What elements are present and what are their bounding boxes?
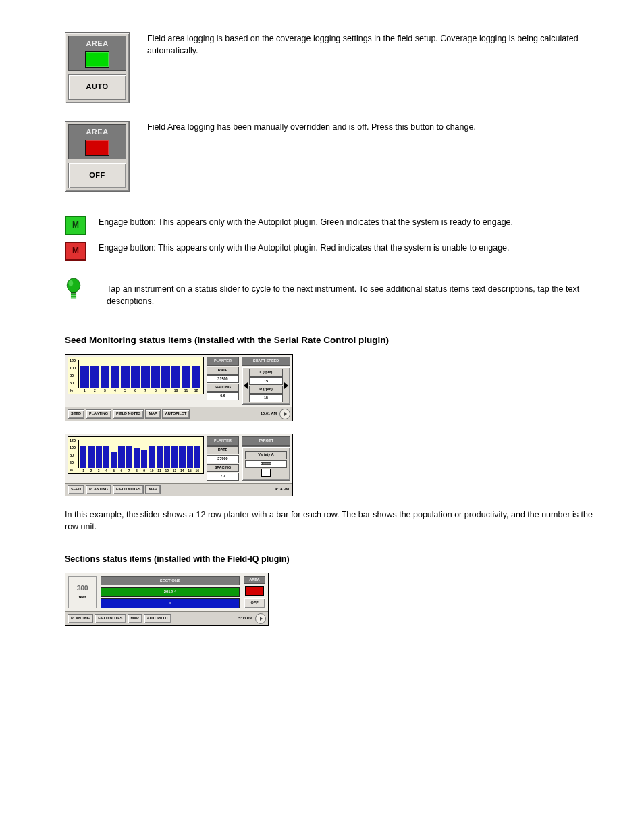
area-status-indicator-green	[85, 51, 109, 68]
r-rpm-value: 15	[249, 394, 283, 402]
rate-label-2: RATE	[207, 446, 239, 454]
r-rpm-label: R (rpm)	[249, 386, 283, 394]
row-bar: 7	[126, 446, 132, 469]
row-bar-label: 8	[155, 388, 157, 393]
shaft-speed-next-icon[interactable]	[284, 382, 288, 389]
shaft-speed-label: SHAFT SPEED	[242, 357, 290, 366]
rate-value: 31500	[207, 375, 239, 384]
tab-planting[interactable]: PLANTING	[86, 409, 111, 419]
spacing-label-2: SPACING	[207, 464, 239, 472]
row-bar-label: 2	[94, 388, 96, 393]
tab-map[interactable]: MAP	[128, 614, 142, 623]
row-population-chart-2: 1201008060% 12345678910111213141516	[68, 436, 204, 474]
row-bar: 3	[101, 366, 109, 388]
row-bar-label: 11	[157, 469, 161, 473]
target-value: 30000	[245, 460, 286, 468]
area-off-description: Field Area logging has been manually ove…	[147, 122, 476, 132]
area-off-button[interactable]: OFF	[68, 163, 126, 188]
section-bar-1[interactable]: 2012-4	[101, 587, 240, 597]
row-bar: 6	[131, 366, 140, 388]
tab-autopilot[interactable]: AUTOPILOT	[162, 409, 190, 419]
tab-seed[interactable]: SEED	[68, 409, 84, 419]
row-bar: 10	[171, 366, 180, 388]
sections-heading: Sections status items (installed with th…	[65, 553, 597, 565]
row-bar-label: 6	[134, 388, 136, 393]
row-bar-label: 11	[184, 388, 188, 393]
planter-label-2: PLANTER	[207, 436, 239, 446]
clock-time: 5:03 PM	[238, 616, 252, 621]
row-bar-label: 10	[174, 388, 178, 393]
row-bar: 13	[171, 446, 178, 469]
spacing-value: 6.6	[207, 392, 239, 400]
row-bar: 9	[161, 366, 170, 388]
row-bar: 11	[182, 366, 190, 388]
row-bar-label: 7	[128, 469, 130, 473]
run-screen-icon[interactable]	[279, 409, 290, 419]
svg-rect-4	[71, 296, 76, 297]
row-bar-label: 2	[90, 469, 92, 473]
row-bar: 2	[88, 446, 94, 469]
tab-field-notes[interactable]: FIELD NOTES	[113, 485, 144, 494]
target-label: TARGET	[242, 436, 290, 446]
area-mini-off-button[interactable]: OFF	[244, 598, 265, 608]
rate-value-2: 27900	[207, 455, 239, 463]
row-bar: 14	[179, 446, 185, 469]
engage-letter-red: M	[72, 245, 79, 257]
row-bar-label: 9	[165, 388, 167, 393]
distance-value: 300	[77, 584, 88, 594]
row-bar-label: 14	[180, 469, 184, 473]
l-rpm-label: L (rpm)	[249, 369, 283, 377]
spacing-value-2: 7.7	[207, 473, 239, 481]
engage-letter: M	[72, 219, 79, 231]
section-bar-2[interactable]: 1	[101, 598, 240, 608]
row-bar: 5	[121, 366, 130, 388]
row-bar-label: 16	[196, 469, 200, 473]
row-bar-label: 6	[120, 469, 122, 473]
area-mini-widget: AREA OFF	[244, 576, 265, 608]
target-variety: Variety A	[245, 451, 286, 459]
row-bar-label: 15	[188, 469, 192, 473]
run-screen-icon[interactable]	[255, 613, 266, 624]
svg-rect-5	[71, 297, 76, 298]
engage-green-description: Engage button: This appears only with th…	[99, 217, 513, 227]
target-panel: Variety A 30000	[242, 446, 290, 481]
area-auto-button[interactable]: AUTO	[68, 74, 126, 100]
row-bar-label: 5	[124, 388, 126, 393]
shaft-speed-prev-icon[interactable]	[244, 382, 248, 389]
row-bar: 15	[187, 446, 193, 469]
tab-field-notes[interactable]: FIELD NOTES	[95, 614, 126, 623]
row-bar: 8	[134, 448, 140, 468]
distance-readout: 300 feet	[68, 576, 97, 608]
keypad-icon[interactable]	[261, 469, 271, 477]
row-bar: 3	[96, 446, 102, 469]
tab-field-notes[interactable]: FIELD NOTES	[113, 409, 144, 419]
seed-monitor-screenshot-2: 1201008060% 12345678910111213141516 PLAN…	[65, 434, 293, 496]
sections-screenshot: 300 feet SECTIONS 2012-4 1 AREA OFF PLAN…	[65, 573, 269, 626]
row-bar: 7	[141, 366, 150, 388]
tab-map[interactable]: MAP	[145, 485, 160, 494]
tab-planting[interactable]: PLANTING	[86, 485, 111, 494]
row-bar-label: 13	[173, 469, 177, 473]
row-bar: 8	[151, 366, 160, 388]
area-logging-widget-off: AREA OFF	[65, 121, 130, 192]
engage-indicator-red: M	[65, 242, 86, 261]
area-title-off: AREA	[69, 127, 126, 138]
row-bar: 4	[103, 446, 109, 469]
tab-planting[interactable]: PLANTING	[68, 614, 93, 623]
tab-seed[interactable]: SEED	[68, 485, 84, 494]
tab-map[interactable]: MAP	[145, 409, 160, 419]
svg-point-0	[67, 278, 80, 292]
sections-header: SECTIONS	[101, 576, 240, 586]
row-bar-label: 10	[150, 469, 154, 473]
row-bar-label: 12	[194, 388, 198, 393]
row-bar: 2	[90, 366, 99, 388]
row-population-chart: 1201008060% 123456789101112	[68, 357, 204, 394]
area-auto-description: Field area logging is based on the cover…	[147, 34, 579, 55]
shaft-speed-panel: L (rpm) 15 R (rpm) 15	[242, 367, 290, 405]
row-bar: 10	[149, 446, 155, 469]
tip-text: Tap an instrument on a status slider to …	[107, 284, 579, 306]
area-logging-widget-auto: AREA AUTO	[65, 32, 130, 103]
svg-rect-3	[71, 294, 76, 295]
tab-autopilot[interactable]: AUTOPILOT	[144, 614, 172, 623]
row-bar: 6	[118, 446, 124, 469]
